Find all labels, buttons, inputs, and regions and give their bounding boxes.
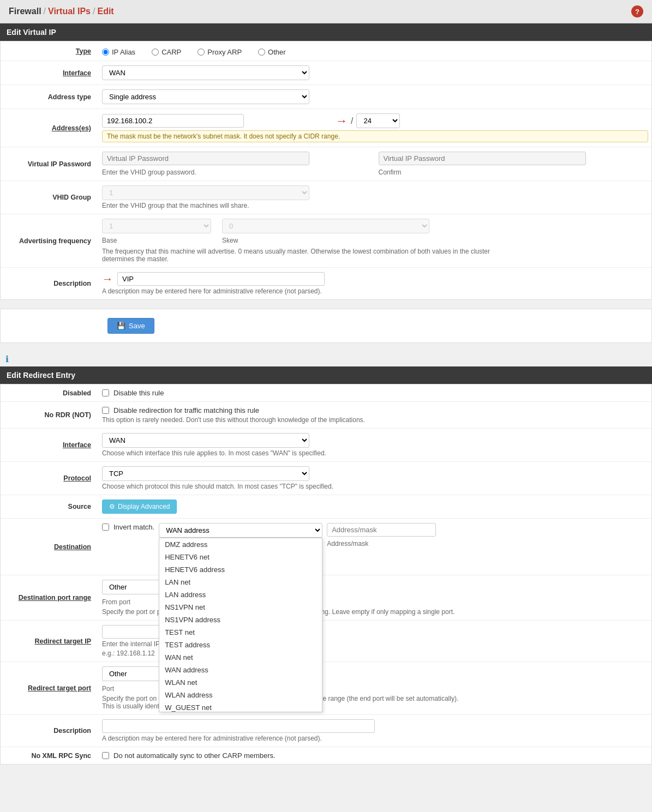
redirect-description-row: Description A description may be entered… bbox=[1, 715, 651, 747]
destination-label: Destination bbox=[54, 543, 91, 551]
no-xml-rpc-sync-field: Do not automatically sync to other CARP … bbox=[99, 747, 651, 765]
address-type-row: Address type Single address Network Rang… bbox=[1, 85, 651, 109]
redirect-target-ip-label: Redirect target IP bbox=[34, 637, 91, 645]
breadcrumb-edit[interactable]: Edit bbox=[97, 7, 113, 16]
disabled-checkbox[interactable] bbox=[102, 389, 109, 396]
display-advanced-button[interactable]: ⚙ Display Advanced bbox=[102, 500, 177, 514]
no-rdr-checkbox[interactable] bbox=[102, 407, 109, 414]
address-type-select[interactable]: Single address Network Range bbox=[102, 89, 309, 104]
source-field: ⚙ Display Advanced bbox=[99, 495, 651, 519]
destination-dropdown-container: WAN address DMZ address HENETV6 net HENE… bbox=[159, 523, 322, 538]
breadcrumb-firewall: Firewall bbox=[9, 7, 41, 16]
description-help: A description may be entered here for ad… bbox=[102, 287, 648, 295]
vhid-group-select[interactable]: 1 bbox=[102, 185, 309, 200]
dd-wlan-net[interactable]: WLAN net bbox=[159, 676, 322, 689]
vhid-group-label: VHID Group bbox=[52, 194, 91, 201]
destination-select[interactable]: WAN address bbox=[159, 523, 322, 538]
save-area: 💾 Save bbox=[0, 309, 652, 343]
dd-henetv6-net[interactable]: HENETV6 net bbox=[159, 551, 322, 563]
breadcrumb: Firewall / Virtual IPs / Edit ? bbox=[0, 0, 652, 23]
protocol-label: Protocol bbox=[63, 474, 91, 482]
destination-port-range-row: Destination port range Other Any HTTP HT… bbox=[1, 575, 651, 621]
protocol-help: Choose which protocol this rule should m… bbox=[102, 483, 648, 490]
dd-henetv6-address[interactable]: HENETV6 address bbox=[159, 563, 322, 576]
description-input[interactable] bbox=[117, 272, 325, 286]
protocol-row: Protocol TCP UDP TCP/UDP ICMP Choose whi… bbox=[1, 462, 651, 495]
type-label: Type bbox=[76, 47, 91, 55]
interface-field: WAN LAN bbox=[99, 61, 651, 85]
addresses-label: Address(es) bbox=[52, 124, 91, 132]
advertising-frequency-row: Advertising frequency 1 Base 0 bbox=[1, 214, 651, 268]
source-label: Source bbox=[68, 503, 91, 510]
redirect-description-label: Description bbox=[53, 727, 91, 735]
redirect-form: Disabled Disable this rule No RDR (NOT) bbox=[1, 384, 651, 764]
dd-w-guest-net[interactable]: W_GUEST net bbox=[159, 701, 322, 712]
no-rdr-checkbox-label: Disable redirection for traffic matching… bbox=[113, 406, 259, 414]
radio-carp[interactable]: CARP bbox=[152, 48, 181, 56]
help-icon[interactable]: ? bbox=[631, 5, 643, 17]
disabled-field: Disable this rule bbox=[99, 384, 651, 402]
redirect-entry-card: Disabled Disable this rule No RDR (NOT) bbox=[0, 384, 652, 765]
destination-invert-label: Invert match. bbox=[113, 523, 154, 531]
breadcrumb-sep2: / bbox=[93, 7, 95, 16]
dd-lan-net[interactable]: LAN net bbox=[159, 576, 322, 588]
no-rdr-row: No RDR (NOT) Disable redirection for tra… bbox=[1, 402, 651, 429]
edit-virtual-ip-header: Edit Virtual IP bbox=[0, 23, 652, 41]
no-xml-rpc-sync-label: No XML RPC Sync bbox=[31, 752, 91, 760]
dd-dmz-address[interactable]: DMZ address bbox=[159, 538, 322, 551]
source-row: Source ⚙ Display Advanced bbox=[1, 495, 651, 519]
advertising-frequency-help: The frequency that this machine will adv… bbox=[102, 248, 517, 263]
info-area: ℹ bbox=[0, 352, 652, 366]
info-icon[interactable]: ℹ bbox=[5, 354, 9, 364]
dd-wan-address[interactable]: WAN address bbox=[159, 664, 322, 676]
redirect-interface-select[interactable]: WAN LAN bbox=[102, 433, 309, 448]
vhid-group-help: Enter the VHID group that the machines w… bbox=[102, 202, 648, 209]
dd-ns1vpn-address[interactable]: NS1VPN address bbox=[159, 613, 322, 626]
destination-invert-checkbox[interactable] bbox=[102, 524, 109, 531]
disabled-checkbox-label: Disable this rule bbox=[113, 389, 164, 397]
redirect-description-help: A description may be entered here for ad… bbox=[102, 735, 648, 742]
redirect-target-port-label: Redirect target port bbox=[28, 684, 91, 692]
vip-password-confirm-input[interactable] bbox=[379, 152, 586, 165]
vhid-group-row: VHID Group 1 Enter the VHID group that t… bbox=[1, 181, 651, 214]
protocol-select[interactable]: TCP UDP TCP/UDP ICMP bbox=[102, 466, 309, 481]
dd-ns1vpn-net[interactable]: NS1VPN net bbox=[159, 601, 322, 613]
type-row: Type IP Alias CARP bbox=[1, 41, 651, 61]
vip-password-help: Enter the VHID group password. bbox=[102, 169, 372, 176]
protocol-field: TCP UDP TCP/UDP ICMP Choose which protoc… bbox=[99, 462, 651, 495]
dd-lan-address[interactable]: LAN address bbox=[159, 588, 322, 601]
no-xml-rpc-sync-checkbox-label: Do not automatically sync to other CARP … bbox=[113, 751, 276, 760]
address-input[interactable] bbox=[102, 114, 244, 128]
description-label: Description bbox=[53, 280, 91, 287]
vhid-group-field: 1 Enter the VHID group that the machines… bbox=[99, 181, 651, 214]
skew-select[interactable]: 0 bbox=[222, 219, 429, 233]
gear-icon: ⚙ bbox=[109, 503, 115, 510]
interface-label: Interface bbox=[63, 69, 91, 77]
cidr-select[interactable]: 24252627 2829303132 bbox=[356, 113, 400, 128]
base-label: Base bbox=[102, 237, 211, 244]
advertising-frequency-label: Advertising frequency bbox=[19, 237, 91, 245]
description-arrow-icon: → bbox=[102, 273, 113, 285]
dd-wlan-address[interactable]: WLAN address bbox=[159, 689, 322, 701]
destination-field: Invert match. WAN address DMZ address HE… bbox=[99, 519, 651, 575]
destination-address-mask-input[interactable] bbox=[327, 523, 436, 537]
edit-redirect-entry-header: Edit Redirect Entry bbox=[0, 366, 652, 384]
base-select[interactable]: 1 bbox=[102, 219, 211, 233]
save-icon: 💾 bbox=[117, 322, 125, 330]
redirect-description-input[interactable] bbox=[102, 719, 375, 733]
description-row: Description → A description may be enter… bbox=[1, 268, 651, 300]
radio-proxy-arp[interactable]: Proxy ARP bbox=[198, 48, 242, 56]
radio-other[interactable]: Other bbox=[258, 48, 286, 56]
breadcrumb-virtual-ips[interactable]: Virtual IPs bbox=[48, 7, 91, 16]
virtual-ip-password-field: Enter the VHID group password. Confirm bbox=[99, 147, 651, 181]
dd-wan-net[interactable]: WAN net bbox=[159, 651, 322, 664]
type-field: IP Alias CARP Proxy ARP Other bbox=[99, 41, 651, 61]
redirect-interface-help: Choose which interface this rule applies… bbox=[102, 449, 648, 457]
radio-ip-alias[interactable]: IP Alias bbox=[102, 48, 135, 56]
dd-test-net[interactable]: TEST net bbox=[159, 626, 322, 639]
interface-select[interactable]: WAN LAN bbox=[102, 65, 309, 80]
dd-test-address[interactable]: TEST address bbox=[159, 639, 322, 651]
no-xml-rpc-sync-checkbox[interactable] bbox=[102, 752, 109, 759]
vip-password-input[interactable] bbox=[102, 152, 309, 165]
save-button[interactable]: 💾 Save bbox=[107, 318, 154, 334]
